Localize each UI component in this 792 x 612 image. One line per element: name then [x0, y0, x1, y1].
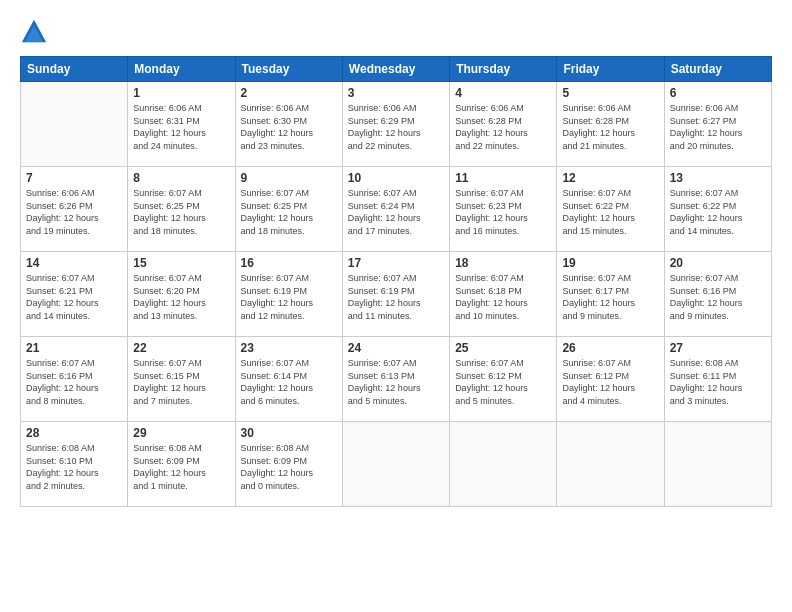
calendar-week-row: 7Sunrise: 6:06 AM Sunset: 6:26 PM Daylig… — [21, 167, 772, 252]
calendar-cell: 28Sunrise: 6:08 AM Sunset: 6:10 PM Dayli… — [21, 422, 128, 507]
day-number: 10 — [348, 171, 444, 185]
day-number: 13 — [670, 171, 766, 185]
day-info: Sunrise: 6:06 AM Sunset: 6:29 PM Dayligh… — [348, 102, 444, 152]
day-number: 20 — [670, 256, 766, 270]
day-number: 28 — [26, 426, 122, 440]
day-number: 23 — [241, 341, 337, 355]
calendar-cell: 12Sunrise: 6:07 AM Sunset: 6:22 PM Dayli… — [557, 167, 664, 252]
header — [20, 18, 772, 46]
calendar-cell: 10Sunrise: 6:07 AM Sunset: 6:24 PM Dayli… — [342, 167, 449, 252]
calendar-cell: 3Sunrise: 6:06 AM Sunset: 6:29 PM Daylig… — [342, 82, 449, 167]
day-info: Sunrise: 6:06 AM Sunset: 6:27 PM Dayligh… — [670, 102, 766, 152]
day-number: 19 — [562, 256, 658, 270]
day-number: 7 — [26, 171, 122, 185]
calendar-cell: 18Sunrise: 6:07 AM Sunset: 6:18 PM Dayli… — [450, 252, 557, 337]
day-info: Sunrise: 6:07 AM Sunset: 6:14 PM Dayligh… — [241, 357, 337, 407]
day-number: 27 — [670, 341, 766, 355]
day-number: 1 — [133, 86, 229, 100]
day-number: 8 — [133, 171, 229, 185]
day-number: 2 — [241, 86, 337, 100]
day-info: Sunrise: 6:07 AM Sunset: 6:12 PM Dayligh… — [562, 357, 658, 407]
weekday-header-wednesday: Wednesday — [342, 57, 449, 82]
calendar-cell: 16Sunrise: 6:07 AM Sunset: 6:19 PM Dayli… — [235, 252, 342, 337]
calendar-cell: 29Sunrise: 6:08 AM Sunset: 6:09 PM Dayli… — [128, 422, 235, 507]
day-number: 17 — [348, 256, 444, 270]
calendar-cell — [21, 82, 128, 167]
weekday-header-saturday: Saturday — [664, 57, 771, 82]
day-info: Sunrise: 6:07 AM Sunset: 6:20 PM Dayligh… — [133, 272, 229, 322]
weekday-header-monday: Monday — [128, 57, 235, 82]
day-info: Sunrise: 6:07 AM Sunset: 6:15 PM Dayligh… — [133, 357, 229, 407]
day-info: Sunrise: 6:07 AM Sunset: 6:22 PM Dayligh… — [670, 187, 766, 237]
calendar-table: SundayMondayTuesdayWednesdayThursdayFrid… — [20, 56, 772, 507]
page: SundayMondayTuesdayWednesdayThursdayFrid… — [0, 0, 792, 612]
day-info: Sunrise: 6:07 AM Sunset: 6:21 PM Dayligh… — [26, 272, 122, 322]
calendar-cell: 13Sunrise: 6:07 AM Sunset: 6:22 PM Dayli… — [664, 167, 771, 252]
day-info: Sunrise: 6:06 AM Sunset: 6:31 PM Dayligh… — [133, 102, 229, 152]
weekday-header-thursday: Thursday — [450, 57, 557, 82]
logo-icon — [20, 18, 48, 46]
calendar-cell: 24Sunrise: 6:07 AM Sunset: 6:13 PM Dayli… — [342, 337, 449, 422]
weekday-header-sunday: Sunday — [21, 57, 128, 82]
calendar-cell: 9Sunrise: 6:07 AM Sunset: 6:25 PM Daylig… — [235, 167, 342, 252]
day-info: Sunrise: 6:07 AM Sunset: 6:23 PM Dayligh… — [455, 187, 551, 237]
day-number: 12 — [562, 171, 658, 185]
weekday-header-friday: Friday — [557, 57, 664, 82]
calendar-cell: 8Sunrise: 6:07 AM Sunset: 6:25 PM Daylig… — [128, 167, 235, 252]
day-number: 30 — [241, 426, 337, 440]
day-number: 25 — [455, 341, 551, 355]
calendar-week-row: 14Sunrise: 6:07 AM Sunset: 6:21 PM Dayli… — [21, 252, 772, 337]
calendar-cell: 6Sunrise: 6:06 AM Sunset: 6:27 PM Daylig… — [664, 82, 771, 167]
day-number: 15 — [133, 256, 229, 270]
day-info: Sunrise: 6:07 AM Sunset: 6:25 PM Dayligh… — [133, 187, 229, 237]
calendar-cell: 23Sunrise: 6:07 AM Sunset: 6:14 PM Dayli… — [235, 337, 342, 422]
day-number: 26 — [562, 341, 658, 355]
calendar-cell: 22Sunrise: 6:07 AM Sunset: 6:15 PM Dayli… — [128, 337, 235, 422]
calendar-cell — [557, 422, 664, 507]
day-info: Sunrise: 6:06 AM Sunset: 6:30 PM Dayligh… — [241, 102, 337, 152]
day-info: Sunrise: 6:07 AM Sunset: 6:25 PM Dayligh… — [241, 187, 337, 237]
calendar-cell: 27Sunrise: 6:08 AM Sunset: 6:11 PM Dayli… — [664, 337, 771, 422]
calendar-cell: 19Sunrise: 6:07 AM Sunset: 6:17 PM Dayli… — [557, 252, 664, 337]
day-info: Sunrise: 6:08 AM Sunset: 6:09 PM Dayligh… — [133, 442, 229, 492]
day-info: Sunrise: 6:07 AM Sunset: 6:18 PM Dayligh… — [455, 272, 551, 322]
day-number: 4 — [455, 86, 551, 100]
day-info: Sunrise: 6:06 AM Sunset: 6:28 PM Dayligh… — [455, 102, 551, 152]
calendar-cell: 5Sunrise: 6:06 AM Sunset: 6:28 PM Daylig… — [557, 82, 664, 167]
day-info: Sunrise: 6:07 AM Sunset: 6:12 PM Dayligh… — [455, 357, 551, 407]
day-number: 22 — [133, 341, 229, 355]
day-number: 29 — [133, 426, 229, 440]
day-number: 5 — [562, 86, 658, 100]
calendar-cell — [342, 422, 449, 507]
weekday-header-tuesday: Tuesday — [235, 57, 342, 82]
day-info: Sunrise: 6:08 AM Sunset: 6:11 PM Dayligh… — [670, 357, 766, 407]
calendar-cell: 14Sunrise: 6:07 AM Sunset: 6:21 PM Dayli… — [21, 252, 128, 337]
logo — [20, 18, 52, 46]
calendar-cell: 1Sunrise: 6:06 AM Sunset: 6:31 PM Daylig… — [128, 82, 235, 167]
day-number: 6 — [670, 86, 766, 100]
calendar-cell: 4Sunrise: 6:06 AM Sunset: 6:28 PM Daylig… — [450, 82, 557, 167]
day-info: Sunrise: 6:06 AM Sunset: 6:26 PM Dayligh… — [26, 187, 122, 237]
day-info: Sunrise: 6:07 AM Sunset: 6:17 PM Dayligh… — [562, 272, 658, 322]
calendar-cell: 7Sunrise: 6:06 AM Sunset: 6:26 PM Daylig… — [21, 167, 128, 252]
calendar-cell: 15Sunrise: 6:07 AM Sunset: 6:20 PM Dayli… — [128, 252, 235, 337]
calendar-cell: 20Sunrise: 6:07 AM Sunset: 6:16 PM Dayli… — [664, 252, 771, 337]
day-info: Sunrise: 6:07 AM Sunset: 6:19 PM Dayligh… — [241, 272, 337, 322]
calendar-cell: 2Sunrise: 6:06 AM Sunset: 6:30 PM Daylig… — [235, 82, 342, 167]
calendar-cell: 11Sunrise: 6:07 AM Sunset: 6:23 PM Dayli… — [450, 167, 557, 252]
calendar-week-row: 1Sunrise: 6:06 AM Sunset: 6:31 PM Daylig… — [21, 82, 772, 167]
calendar-week-row: 21Sunrise: 6:07 AM Sunset: 6:16 PM Dayli… — [21, 337, 772, 422]
day-info: Sunrise: 6:08 AM Sunset: 6:10 PM Dayligh… — [26, 442, 122, 492]
day-number: 14 — [26, 256, 122, 270]
day-info: Sunrise: 6:06 AM Sunset: 6:28 PM Dayligh… — [562, 102, 658, 152]
day-number: 11 — [455, 171, 551, 185]
day-info: Sunrise: 6:08 AM Sunset: 6:09 PM Dayligh… — [241, 442, 337, 492]
day-number: 9 — [241, 171, 337, 185]
calendar-cell: 26Sunrise: 6:07 AM Sunset: 6:12 PM Dayli… — [557, 337, 664, 422]
day-info: Sunrise: 6:07 AM Sunset: 6:13 PM Dayligh… — [348, 357, 444, 407]
calendar-cell: 17Sunrise: 6:07 AM Sunset: 6:19 PM Dayli… — [342, 252, 449, 337]
day-number: 18 — [455, 256, 551, 270]
day-info: Sunrise: 6:07 AM Sunset: 6:16 PM Dayligh… — [26, 357, 122, 407]
calendar-cell: 30Sunrise: 6:08 AM Sunset: 6:09 PM Dayli… — [235, 422, 342, 507]
day-number: 3 — [348, 86, 444, 100]
